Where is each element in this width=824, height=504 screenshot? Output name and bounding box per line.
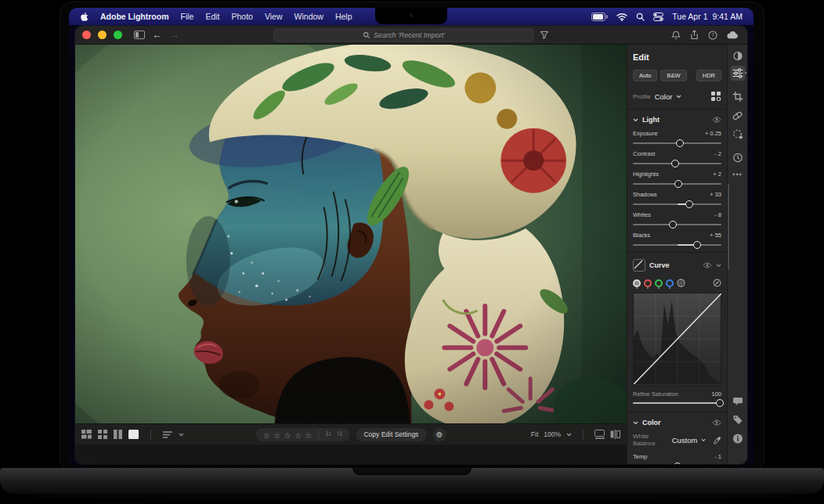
slider-handle[interactable]: [685, 200, 693, 208]
forward-arrow-button[interactable]: →: [169, 30, 179, 40]
crop-icon[interactable]: [730, 89, 745, 104]
detail-view-icon[interactable]: [128, 430, 139, 439]
slider-track[interactable]: [633, 220, 721, 229]
refine-saturation-slider[interactable]: [633, 398, 721, 407]
copy-edit-settings-button[interactable]: Copy Edit Settings: [356, 428, 426, 441]
notifications-bell-icon[interactable]: [671, 31, 681, 40]
white-balance-chevron-icon[interactable]: [701, 438, 706, 442]
share-icon[interactable]: [690, 30, 699, 40]
eye-icon[interactable]: [712, 419, 721, 426]
slider-handle[interactable]: [716, 399, 724, 407]
menu-edit[interactable]: Edit: [205, 12, 219, 21]
star-icon[interactable]: ☆: [263, 431, 270, 440]
star-icon[interactable]: ☆: [305, 431, 312, 440]
filmstrip-toggle-icon[interactable]: [595, 430, 605, 439]
curve-channel-parametric[interactable]: [677, 279, 685, 287]
zoom-window-button[interactable]: [114, 31, 122, 39]
hdr-button[interactable]: HDR: [696, 70, 721, 81]
tone-curve-graph[interactable]: [633, 293, 721, 387]
slider-handle[interactable]: [676, 139, 684, 147]
profile-chevron-icon[interactable]: [676, 95, 681, 99]
menu-file[interactable]: File: [181, 12, 194, 21]
filter-icon[interactable]: [540, 31, 549, 39]
photo-canvas[interactable]: [75, 45, 627, 423]
eyedropper-icon[interactable]: [714, 436, 721, 445]
fit-label[interactable]: Fit: [531, 430, 538, 438]
mosaic-view-icon[interactable]: [81, 430, 92, 439]
keywords-tag-icon[interactable]: [730, 412, 745, 427]
info-icon[interactable]: [730, 431, 745, 446]
auto-button[interactable]: Auto: [633, 70, 657, 81]
bw-button[interactable]: B&W: [660, 70, 686, 81]
wifi-icon[interactable]: [616, 13, 627, 21]
profile-browse-icon[interactable]: [711, 92, 721, 101]
compare-view-icon[interactable]: [114, 430, 122, 439]
slider-track[interactable]: [633, 240, 721, 249]
profile-value[interactable]: Color: [655, 92, 673, 101]
pick-flag-icon[interactable]: ⚐: [325, 431, 331, 438]
targeted-adjustment-icon[interactable]: [713, 279, 721, 287]
rating-stars[interactable]: ☆ ☆ ☆ ☆ ☆: [263, 427, 313, 441]
reject-flag-icon[interactable]: ⚐: [336, 431, 342, 438]
curve-section-title[interactable]: Curve: [649, 261, 670, 269]
sort-chevron-icon[interactable]: [179, 433, 184, 437]
star-icon[interactable]: ☆: [295, 431, 302, 440]
slider-handle[interactable]: [674, 180, 682, 188]
cloud-sync-icon[interactable]: [727, 31, 739, 39]
zoom-level-value[interactable]: 100%: [544, 430, 561, 438]
sort-icon[interactable]: [163, 431, 172, 438]
grid-view-icon[interactable]: [98, 430, 107, 439]
settings-gear-icon[interactable]: ⚙: [432, 428, 446, 441]
slider-track[interactable]: [633, 159, 721, 167]
star-icon[interactable]: ☆: [284, 431, 291, 440]
slider-track[interactable]: [633, 200, 721, 208]
apple-menu-icon[interactable]: [80, 12, 89, 22]
slider-track[interactable]: [633, 462, 721, 464]
menu-time[interactable]: 9:41 AM: [712, 12, 743, 21]
white-balance-value[interactable]: Custom: [672, 436, 698, 445]
versions-history-icon[interactable]: [730, 150, 745, 165]
color-section-chevron-icon[interactable]: [633, 421, 638, 425]
healing-icon[interactable]: [730, 108, 745, 123]
zoom-chevron-icon[interactable]: [566, 433, 572, 437]
slider-handle[interactable]: [693, 241, 701, 249]
menu-view[interactable]: View: [265, 12, 283, 21]
control-center-icon[interactable]: [653, 13, 663, 21]
slider-handle[interactable]: [669, 221, 677, 229]
spotlight-search-icon[interactable]: [636, 13, 645, 21]
more-options-icon[interactable]: •••: [730, 167, 745, 182]
slider-track[interactable]: [633, 179, 721, 188]
menu-app-name[interactable]: Adobe Lightroom: [100, 12, 169, 21]
curve-channel-red[interactable]: [644, 279, 652, 287]
minimize-window-button[interactable]: [98, 31, 107, 39]
search-input[interactable]: Search 'Recent Import': [274, 28, 534, 41]
masking-icon[interactable]: [730, 127, 745, 142]
eye-icon[interactable]: [712, 117, 721, 123]
slider-track[interactable]: [633, 139, 721, 147]
curve-channel-all[interactable]: [633, 279, 641, 287]
curve-channel-green[interactable]: [655, 279, 663, 287]
battery-icon[interactable]: [591, 13, 608, 21]
close-window-button[interactable]: [82, 31, 91, 39]
before-after-icon[interactable]: [610, 430, 620, 439]
menu-help[interactable]: Help: [335, 12, 352, 21]
curve-channel-blue[interactable]: [666, 279, 674, 287]
menu-date[interactable]: Tue Apr 1: [672, 12, 707, 21]
eye-icon[interactable]: [703, 262, 712, 268]
help-icon[interactable]: ?: [708, 31, 717, 40]
presets-icon[interactable]: [730, 49, 745, 63]
back-arrow-button[interactable]: ←: [152, 30, 162, 40]
star-icon[interactable]: ☆: [273, 431, 280, 440]
menu-window[interactable]: Window: [295, 12, 323, 21]
curve-collapse-chevron-icon[interactable]: [716, 264, 721, 268]
slider-handle[interactable]: [674, 463, 681, 464]
edit-sliders-icon[interactable]: [730, 66, 745, 81]
color-section-title[interactable]: Color: [642, 419, 661, 427]
menu-photo[interactable]: Photo: [232, 12, 253, 21]
light-section-title[interactable]: Light: [642, 116, 660, 124]
light-section-chevron-icon[interactable]: [633, 118, 638, 122]
panel-scrollbar[interactable]: [728, 184, 729, 270]
slider-handle[interactable]: [671, 160, 679, 167]
comments-icon[interactable]: [730, 394, 745, 409]
sidebar-toggle-icon[interactable]: [134, 31, 145, 39]
